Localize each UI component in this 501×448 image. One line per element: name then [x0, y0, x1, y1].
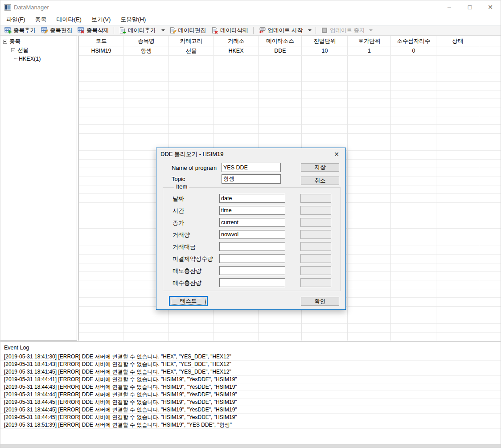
column-header[interactable]: 코드: [79, 36, 123, 46]
column-header[interactable]: 진법단위: [302, 36, 348, 46]
tree-hkex-label[interactable]: HKEX(1): [19, 56, 41, 62]
event-log-entry[interactable]: [2019-05-31 18:44:44] [ERROR] DDE 서버에 연결…: [0, 391, 501, 399]
column-header[interactable]: 종목명: [123, 36, 169, 46]
item-field-label: 거래대금: [172, 243, 196, 251]
dde-import-dialog: DDE 불러오기 - HSIM19 ✕ Name of program Topi…: [156, 148, 346, 310]
close-icon: ✕: [488, 4, 493, 11]
column-header[interactable]: 소수점자리수: [391, 36, 436, 46]
app-icon: [4, 4, 11, 11]
edit-data-label: 데이타편집: [178, 27, 206, 34]
event-log-entry[interactable]: [2019-05-31 18:41:30] [ERROR] DDE 서버에 연결…: [0, 353, 501, 361]
item-field-input[interactable]: [219, 266, 285, 275]
column-header[interactable]: 데이타소스: [259, 36, 302, 46]
ok-button-label: 확인: [315, 298, 326, 305]
symbol-tree: 종목 선물 HKEX(1): [0, 36, 77, 341]
menu-data[interactable]: 데이타(E): [52, 14, 86, 25]
add-data-dropdown-icon[interactable]: [161, 29, 165, 31]
menu-symbol[interactable]: 종목: [30, 14, 52, 25]
item-test-result-box: [300, 230, 331, 239]
dialog-title-bar: DDE 불러오기 - HSIM19: [156, 148, 345, 160]
grid-cell[interactable]: DDE: [259, 46, 302, 55]
grid-cell[interactable]: 항셍: [123, 46, 169, 55]
save-button[interactable]: 저장: [301, 163, 339, 172]
item-field-input[interactable]: [219, 254, 285, 263]
item-field-label: 거래량: [172, 231, 190, 239]
ok-button[interactable]: 확인: [301, 297, 339, 306]
column-header[interactable]: 호가단위: [348, 36, 391, 46]
event-log-entry[interactable]: [2019-05-31 18:44:45] [ERROR] DDE 서버에 연결…: [0, 406, 501, 414]
item-field-input[interactable]: [219, 242, 285, 251]
item-field-input[interactable]: [219, 206, 285, 215]
item-field-label: 미결제약정수량: [172, 255, 213, 263]
event-log-entry[interactable]: [2019-05-31 18:51:39] [ERROR] DDE 서버에 연결…: [0, 421, 501, 429]
event-log-entry[interactable]: [2019-05-31 18:41:45] [ERROR] DDE 서버에 연결…: [0, 368, 501, 376]
menu-view[interactable]: 보기(V): [86, 14, 115, 25]
edit-symbol-button[interactable]: 종목편집: [38, 26, 75, 35]
test-button[interactable]: 테스트: [169, 296, 208, 306]
start-update-dropdown-icon[interactable]: [308, 29, 312, 31]
add-data-button[interactable]: 데이타추가: [116, 26, 159, 35]
item-field-input[interactable]: [219, 194, 285, 203]
item-test-result-box: [300, 218, 331, 227]
add-symbol-label: 종목추가: [13, 27, 36, 34]
menu-help[interactable]: 도움말(H): [115, 14, 151, 25]
edit-data-button[interactable]: 데이타편집: [167, 26, 209, 35]
stop-update-dropdown-icon: [369, 29, 373, 31]
grid-cell[interactable]: 0: [391, 46, 436, 55]
program-name-input[interactable]: [222, 163, 281, 172]
menu-bar: 파일(F) 종목 데이타(E) 보기(V) 도움말(H): [0, 14, 501, 25]
dialog-close-button[interactable]: ✕: [329, 148, 344, 160]
grid-column-separator: [436, 36, 436, 341]
event-log-entry[interactable]: [2019-05-31 18:41:43] [ERROR] DDE 서버에 연결…: [0, 361, 501, 368]
add-symbol-button[interactable]: 종목추가: [2, 26, 38, 35]
close-button[interactable]: ✕: [480, 0, 501, 14]
grid-cell[interactable]: 1: [348, 46, 391, 55]
delete-data-button[interactable]: 데이타삭제: [209, 26, 251, 35]
event-log-entry[interactable]: [2019-05-31 18:44:45] [ERROR] DDE 서버에 연결…: [0, 414, 501, 421]
delete-symbol-button[interactable]: 종목삭제: [75, 26, 111, 35]
grid-cell[interactable]: [436, 46, 479, 55]
grid-data-row[interactable]: HSIM19항셍선물HKEXDDE1010: [79, 46, 501, 56]
item-field-label: 시간: [172, 207, 184, 215]
grid-cell[interactable]: HSIM19: [79, 46, 123, 55]
topic-input[interactable]: [222, 174, 281, 184]
horizontal-scrollbar[interactable]: [0, 444, 501, 448]
column-header[interactable]: 상태: [436, 36, 479, 46]
item-test-result-box: [300, 254, 331, 263]
doc-add-icon: [119, 27, 126, 34]
dialog-close-icon: ✕: [334, 151, 339, 158]
event-log-entry[interactable]: [2019-05-31 18:44:43] [ERROR] DDE 서버에 연결…: [0, 383, 501, 391]
item-field-input[interactable]: [219, 230, 285, 239]
column-header[interactable]: 거래소: [214, 36, 259, 46]
cancel-button[interactable]: 취소: [301, 177, 339, 185]
minimize-icon: –: [448, 4, 451, 11]
tree-futures-label[interactable]: 선물: [17, 46, 29, 54]
start-update-button[interactable]: 업데이트 시작: [256, 26, 305, 35]
tree-root-label[interactable]: 종목: [9, 38, 21, 45]
stop-update-label: 업데이트 중지: [330, 27, 365, 34]
collapse-icon[interactable]: [11, 48, 15, 52]
grid-column-separator: [347, 36, 348, 341]
event-log-entry[interactable]: [2019-05-31 18:44:45] [ERROR] DDE 서버에 연결…: [0, 399, 501, 406]
tree-item-hkex[interactable]: HKEX(1): [0, 54, 77, 63]
item-test-result-box: [300, 206, 331, 215]
window-title: DataManager: [14, 4, 49, 11]
tree-item-root[interactable]: 종목: [0, 37, 77, 46]
tree-item-futures[interactable]: 선물: [0, 46, 77, 54]
maximize-button[interactable]: □: [460, 0, 480, 14]
test-button-label: 테스트: [180, 297, 197, 305]
toolbar-separator: [114, 27, 114, 34]
item-field-input[interactable]: [219, 218, 285, 227]
grid-cell[interactable]: 선물: [169, 46, 214, 55]
grid-cell[interactable]: HKEX: [214, 46, 259, 55]
item-field-label: 매수총잔량: [172, 279, 201, 287]
column-header[interactable]: 카테고리: [169, 36, 214, 46]
item-field-input[interactable]: [219, 278, 285, 287]
program-name-label: Name of program: [172, 164, 217, 171]
grid-cell[interactable]: 10: [302, 46, 348, 55]
grid-column-separator: [123, 36, 123, 341]
event-log-entry[interactable]: [2019-05-31 18:44:41] [ERROR] DDE 서버에 연결…: [0, 376, 501, 383]
minimize-button[interactable]: –: [439, 0, 460, 14]
menu-file[interactable]: 파일(F): [1, 14, 30, 25]
collapse-icon[interactable]: [3, 40, 7, 44]
